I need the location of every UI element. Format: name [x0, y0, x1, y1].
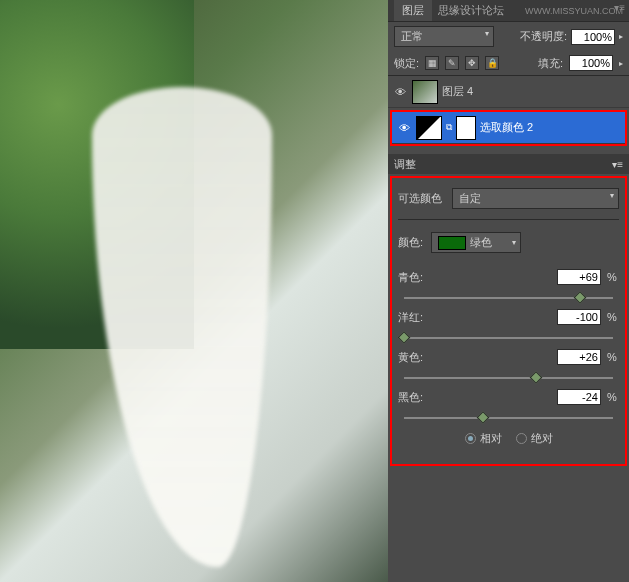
yellow-value[interactable]: +26	[557, 349, 601, 365]
fill-chevron-icon[interactable]: ▸	[619, 59, 623, 68]
color-swatch	[438, 236, 466, 250]
method-radio-row: 相对 绝对	[398, 419, 619, 458]
layer-name[interactable]: 图层 4	[442, 84, 473, 99]
link-icon[interactable]: ⧉	[446, 122, 452, 133]
pct: %	[607, 271, 619, 283]
color-dropdown[interactable]: 绿色	[431, 232, 521, 253]
black-slider[interactable]	[404, 417, 613, 419]
lock-label: 锁定:	[394, 56, 419, 71]
panel-menu-icon[interactable]: ▾≡	[612, 159, 623, 170]
color-value: 绿色	[470, 235, 492, 250]
layer-row-selective-color[interactable]: 👁 ⧉ 选取颜色 2	[392, 112, 625, 144]
adjustment-thumbnail[interactable]	[416, 116, 442, 140]
yellow-slider[interactable]	[404, 377, 613, 379]
divider	[398, 219, 619, 220]
visibility-icon[interactable]: 👁	[392, 86, 408, 98]
layers-list: 👁 图层 4 👁 ⧉ 选取颜色 2	[388, 76, 629, 146]
fill-label: 填充:	[538, 56, 563, 71]
panels-container: 图层 思缘设计论坛 WWW.MISSYUAN.COM ▾≡ 正常 不透明度: 1…	[388, 0, 629, 582]
layer-name[interactable]: 选取颜色 2	[480, 120, 533, 135]
tab-layers[interactable]: 图层	[394, 0, 432, 21]
pct: %	[607, 391, 619, 403]
lock-transparency-icon[interactable]: ▦	[425, 56, 439, 70]
canvas-preview	[0, 0, 388, 582]
blend-mode-dropdown[interactable]: 正常	[394, 26, 494, 47]
method-row: 可选颜色 自定	[398, 184, 619, 213]
opacity-input[interactable]: 100%	[571, 29, 615, 45]
cyan-value[interactable]: +69	[557, 269, 601, 285]
slider-black: 黑色: -24 %	[398, 379, 619, 419]
lock-all-icon[interactable]: 🔒	[485, 56, 499, 70]
slider-yellow: 黄色: +26 %	[398, 339, 619, 379]
radio-relative[interactable]: 相对	[465, 431, 502, 446]
method-label: 可选颜色	[398, 191, 442, 206]
blend-row: 正常 不透明度: 100% ▸	[388, 22, 629, 51]
layer-thumbnail[interactable]	[412, 80, 438, 104]
cyan-slider[interactable]	[404, 297, 613, 299]
visibility-icon[interactable]: 👁	[396, 122, 412, 134]
highlighted-layer-box: 👁 ⧉ 选取颜色 2	[390, 110, 627, 146]
cyan-label: 青色:	[398, 270, 428, 285]
layer-row-4[interactable]: 👁 图层 4	[388, 76, 629, 108]
layers-panel-header: 图层 思缘设计论坛 WWW.MISSYUAN.COM ▾≡	[388, 0, 629, 22]
black-label: 黑色:	[398, 390, 428, 405]
magenta-label: 洋红:	[398, 310, 428, 325]
lock-pixels-icon[interactable]: ✎	[445, 56, 459, 70]
panel-menu-icon[interactable]: ▾≡	[614, 2, 625, 13]
mask-thumbnail[interactable]	[456, 116, 476, 140]
radio-absolute-label: 绝对	[531, 431, 553, 446]
radio-relative-label: 相对	[480, 431, 502, 446]
adjustments-body: 可选颜色 自定 颜色: 绿色 青色: +69 % 洋红: -10	[390, 176, 627, 466]
lock-position-icon[interactable]: ✥	[465, 56, 479, 70]
color-label: 颜色:	[398, 235, 423, 250]
color-select-row: 颜色: 绿色	[398, 226, 619, 259]
adjustments-title: 调整	[394, 157, 416, 172]
watermark: WWW.MISSYUAN.COM	[525, 6, 623, 16]
preset-dropdown[interactable]: 自定	[452, 188, 619, 209]
black-value[interactable]: -24	[557, 389, 601, 405]
opacity-label: 不透明度:	[520, 29, 567, 44]
adjustments-panel-header: 调整 ▾≡	[388, 154, 629, 174]
magenta-value[interactable]: -100	[557, 309, 601, 325]
radio-absolute[interactable]: 绝对	[516, 431, 553, 446]
slider-magenta: 洋红: -100 %	[398, 299, 619, 339]
forum-text: 思缘设计论坛	[438, 3, 504, 18]
lock-row: 锁定: ▦ ✎ ✥ 🔒 填充: 100% ▸	[388, 51, 629, 76]
slider-cyan: 青色: +69 %	[398, 259, 619, 299]
yellow-label: 黄色:	[398, 350, 428, 365]
opacity-chevron-icon[interactable]: ▸	[619, 32, 623, 41]
pct: %	[607, 311, 619, 323]
radio-icon	[465, 433, 476, 444]
magenta-slider[interactable]	[404, 337, 613, 339]
pct: %	[607, 351, 619, 363]
fill-input[interactable]: 100%	[569, 55, 613, 71]
radio-icon	[516, 433, 527, 444]
